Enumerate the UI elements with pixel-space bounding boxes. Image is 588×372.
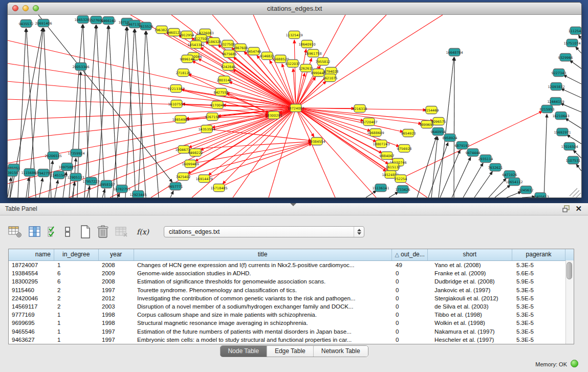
table-row[interactable]: 1456911722003Disruption of a novel membe… [9, 302, 574, 311]
cell-pagerank[interactable]: 5.3E-5 [513, 319, 567, 327]
resize-grip-icon[interactable] [570, 188, 581, 198]
column-header-title[interactable]: title [134, 249, 392, 260]
graph-node[interactable]: 2803144 [217, 76, 232, 84]
graph-node[interactable]: 9474444 [466, 149, 481, 157]
graph-node[interactable]: 16648784 [446, 49, 463, 56]
graph-edge[interactable] [489, 178, 506, 198]
graph-edge[interactable] [389, 192, 398, 198]
graph-edge[interactable] [296, 81, 326, 108]
graph-node[interactable]: 9640954 [431, 128, 446, 136]
cell-in_degree[interactable]: 6 [54, 277, 99, 286]
cell-name[interactable]: 18300295 [9, 277, 54, 286]
graph-node[interactable]: 252254 [395, 175, 407, 183]
graph-edge[interactable] [563, 75, 581, 84]
graph-node[interactable]: 8912954 [180, 31, 194, 39]
graph-node[interactable]: 7632621 [488, 164, 503, 171]
graph-edge[interactable] [183, 143, 312, 177]
graph-edge[interactable] [454, 57, 454, 198]
graph-edge[interactable] [55, 180, 58, 198]
table-row[interactable]: 1872400712008Changes of HCN gene express… [9, 261, 574, 269]
graph-node[interactable]: 9227343 [552, 69, 567, 77]
vertical-scrollbar[interactable] [565, 260, 574, 344]
graph-node[interactable]: 15720407 [360, 118, 377, 126]
cell-title[interactable]: Genome-wide association studies in ADHD. [134, 269, 393, 277]
cell-year[interactable]: 1997 [99, 286, 134, 294]
graph-node[interactable]: 16914479 [195, 175, 212, 183]
graph-node[interactable]: 8427552 [214, 89, 229, 96]
cell-out_degree[interactable]: 49 [393, 261, 428, 269]
graph-node[interactable]: 9884067 [380, 152, 395, 160]
cell-in_degree[interactable]: 2 [54, 294, 99, 302]
graph-edge[interactable] [544, 114, 547, 198]
graph-node[interactable]: 2867608 [233, 44, 248, 52]
graph-node[interactable]: 1621075 [323, 74, 338, 82]
network-canvas[interactable]: 1872400779638229460123891295414226083912… [8, 15, 581, 198]
cell-name[interactable]: 9699695 [9, 319, 54, 327]
graph-edge[interactable] [417, 137, 437, 198]
tab-node-table[interactable]: Node Table [220, 346, 267, 357]
table-row[interactable]: 1830029562008Estimation of significance … [9, 277, 574, 286]
cell-out_degree[interactable]: 0 [393, 294, 428, 302]
graph-node[interactable]: 16099469 [182, 160, 199, 168]
cell-year[interactable]: 1998 [99, 319, 134, 327]
graph-node[interactable]: 9896144 [180, 55, 195, 63]
graph-edge[interactable] [474, 171, 492, 198]
select-rows-icon[interactable] [48, 224, 58, 239]
graph-node[interactable]: 18640910 [298, 40, 315, 48]
graph-node[interactable]: 17016504 [561, 143, 578, 150]
cell-short[interactable]: de Silva et al. (2003) [428, 302, 513, 311]
cell-short[interactable]: Franke et al. (2009) [428, 269, 513, 277]
cell-short[interactable]: Dudbridge et al. (2008) [428, 277, 513, 286]
cell-out_degree[interactable]: 0 [393, 302, 428, 311]
graph-edge[interactable] [110, 108, 296, 198]
cell-short[interactable]: Stergiakouli et al. (2012) [428, 294, 513, 302]
graph-node[interactable]: 7425402 [176, 173, 191, 181]
close-panel-icon[interactable]: ✕ [575, 204, 582, 213]
graph-edge[interactable] [49, 161, 53, 198]
graph-node[interactable]: 9170041 [210, 101, 225, 109]
graph-node[interactable]: 17359924 [68, 149, 84, 157]
cell-short[interactable]: Wolkin et al. (1998) [428, 319, 513, 327]
graph-edge[interactable] [97, 26, 108, 198]
graph-node[interactable]: 9329966 [558, 54, 573, 61]
column-header-pagerank[interactable]: pagerank [512, 249, 565, 260]
table-row[interactable]: 1938455462009Genome-wide association stu… [9, 269, 574, 277]
graph-node[interactable]: 20053346 [72, 63, 89, 71]
table-row[interactable]: 946362711997Embryonic stem cells: a mode… [9, 336, 574, 344]
cell-pagerank[interactable]: 5.3E-5 [513, 302, 567, 311]
graph-node[interactable]: 16107553 [168, 100, 185, 108]
network-window[interactable]: citations_edges.txt 18724007796382294601… [7, 2, 582, 198]
graph-node[interactable]: 10958107 [98, 181, 115, 188]
graph-edge[interactable] [570, 60, 581, 69]
graph-edge[interactable] [576, 164, 581, 171]
graph-node[interactable]: 10654112 [506, 178, 522, 186]
cell-year[interactable]: 2003 [99, 302, 134, 311]
cell-title[interactable]: Structural magnetic resonance image aver… [134, 319, 393, 327]
cell-year[interactable]: 2008 [99, 261, 134, 269]
split-pane-grip[interactable] [290, 203, 296, 206]
cell-name[interactable]: 9777169 [9, 311, 54, 319]
graph-edge[interactable] [39, 178, 42, 198]
graph-edge[interactable] [233, 69, 296, 108]
cell-short[interactable]: Tibbo et al. (1998) [428, 311, 513, 319]
graph-node[interactable]: 6471926 [503, 171, 517, 179]
graph-node[interactable]: 12923445 [129, 191, 146, 198]
row-height-icon[interactable] [64, 224, 71, 239]
network-table-select[interactable]: citations_edges.txt [164, 226, 364, 237]
graph-node[interactable]: 9245612 [519, 186, 534, 194]
cell-short[interactable]: Nakamura et al. (1997) [428, 327, 513, 336]
graph-edge[interactable] [428, 142, 448, 198]
graph-node[interactable]: 9154469 [424, 106, 439, 114]
cell-name[interactable]: 19384554 [9, 269, 54, 277]
graph-node[interactable]: 16782753 [113, 185, 130, 193]
cell-title[interactable]: Estimation of significance thresholds fo… [134, 277, 393, 286]
graph-node[interactable]: 16961758 [304, 50, 321, 57]
graph-node[interactable]: 9756928 [397, 145, 412, 152]
table-settings-icon[interactable] [8, 224, 22, 239]
cell-year[interactable]: 2009 [99, 269, 134, 277]
minimize-button[interactable] [23, 5, 29, 11]
graph-node[interactable]: 8322037 [286, 60, 300, 68]
graph-node[interactable]: 7955812 [316, 58, 331, 65]
cell-name[interactable]: 9463627 [9, 336, 54, 344]
cell-year[interactable]: 1997 [99, 327, 134, 336]
